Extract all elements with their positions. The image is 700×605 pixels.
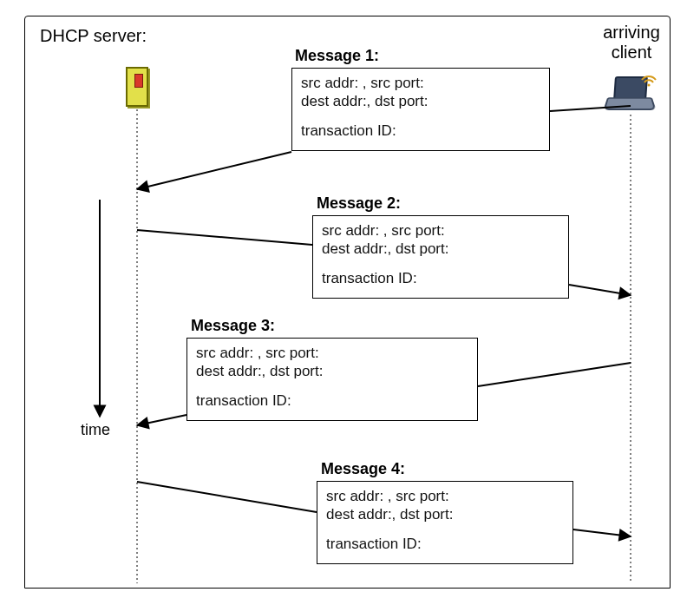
message-4-line1: src addr: , src port: bbox=[326, 487, 564, 505]
message-3-transaction: transaction ID: bbox=[196, 391, 468, 410]
message-3-title: Message 3: bbox=[191, 317, 275, 335]
server-label: DHCP server: bbox=[40, 26, 147, 46]
message-4-line2: dest addr:, dst port: bbox=[326, 505, 564, 523]
message-4-title: Message 4: bbox=[321, 460, 405, 478]
client-label-line2: client bbox=[612, 43, 652, 62]
message-3-line1: src addr: , src port: bbox=[196, 344, 468, 362]
message-1-line2: dest addr:, dst port: bbox=[301, 92, 540, 110]
message-4-transaction: transaction ID: bbox=[326, 535, 564, 553]
laptop-icon bbox=[605, 76, 656, 113]
message-1-line1: src addr: , src port: bbox=[301, 74, 540, 92]
diagram-stage: DHCP server: arriving client time Messag… bbox=[0, 0, 700, 605]
message-3-line2: dest addr:, dst port: bbox=[196, 362, 468, 380]
laptop-base-icon bbox=[603, 97, 656, 110]
message-2-line2: dest addr:, dst port: bbox=[322, 240, 559, 258]
message-2-title: Message 2: bbox=[317, 194, 401, 213]
client-label-line1: arriving bbox=[603, 23, 660, 42]
message-1-title: Message 1: bbox=[295, 47, 379, 65]
message-3-box: src addr: , src port: dest addr:, dst po… bbox=[186, 338, 478, 421]
time-axis-label: time bbox=[81, 421, 110, 439]
message-4-box: src addr: , src port: dest addr:, dst po… bbox=[317, 481, 573, 564]
message-1-box: src addr: , src port: dest addr:, dst po… bbox=[291, 68, 550, 151]
server-icon bbox=[126, 67, 148, 107]
message-2-line1: src addr: , src port: bbox=[322, 221, 559, 240]
wifi-icon bbox=[638, 68, 659, 89]
message-2-transaction: transaction ID: bbox=[322, 269, 559, 287]
message-1-transaction: transaction ID: bbox=[301, 122, 540, 140]
client-label: arriving client bbox=[597, 23, 666, 62]
svg-point-0 bbox=[647, 83, 650, 86]
message-2-box: src addr: , src port: dest addr:, dst po… bbox=[312, 215, 569, 299]
server-led-icon bbox=[134, 74, 143, 88]
